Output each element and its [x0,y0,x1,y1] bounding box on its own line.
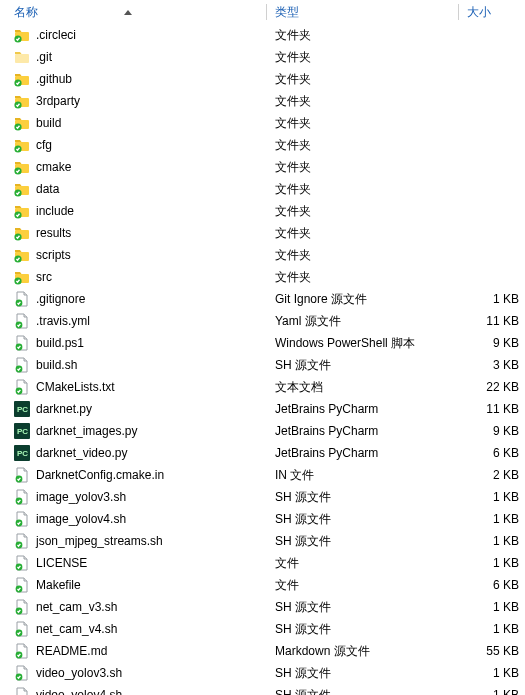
file-row[interactable]: 3rdparty文件夹 [0,90,525,112]
file-row-name-cell: scripts [0,247,275,263]
file-row-name-cell: video_yolov3.sh [0,665,275,681]
file-type-label: 文件夹 [275,137,465,154]
file-name-label: darknet.py [36,402,92,416]
file-size-label: 9 KB [465,336,525,350]
file-list: .circleci文件夹 .git文件夹 .github文件夹 3rdparty… [0,24,525,695]
file-row-name-cell: CMakeLists.txt [0,379,275,395]
file-row-name-cell: net_cam_v4.sh [0,621,275,637]
file-row[interactable]: include文件夹 [0,200,525,222]
column-divider-icon[interactable] [458,4,459,20]
file-row-name-cell: include [0,203,275,219]
file-row-name-cell: Makefile [0,577,275,593]
file-name-label: .github [36,72,72,86]
file-row[interactable]: PC darknet_video.pyJetBrains PyCharm6 KB [0,442,525,464]
file-name-label: README.md [36,644,107,658]
file-type-label: SH 源文件 [275,489,465,506]
file-name-label: .gitignore [36,292,85,306]
file-row[interactable]: src文件夹 [0,266,525,288]
file-name-label: darknet_video.py [36,446,127,460]
file-type-label: SH 源文件 [275,357,465,374]
file-row[interactable]: image_yolov3.shSH 源文件1 KB [0,486,525,508]
file-row[interactable]: cmake文件夹 [0,156,525,178]
svg-rect-2 [15,54,29,63]
file-icon [14,379,30,395]
file-row[interactable]: .gitignoreGit Ignore 源文件1 KB [0,288,525,310]
file-icon [14,467,30,483]
file-size-label: 11 KB [465,402,525,416]
column-header-size-label: 大小 [467,4,491,21]
column-header-name-label: 名称 [14,4,38,21]
folder-icon [14,159,30,175]
file-name-label: LICENSE [36,556,87,570]
file-row[interactable]: data文件夹 [0,178,525,200]
file-row-name-cell: PC darknet.py [0,401,275,417]
file-row[interactable]: .git文件夹 [0,46,525,68]
file-icon [14,291,30,307]
file-row[interactable]: video_yolov4.shSH 源文件1 KB [0,684,525,695]
file-row[interactable]: build.shSH 源文件3 KB [0,354,525,376]
file-row-name-cell: .circleci [0,27,275,43]
file-row[interactable]: Makefile文件6 KB [0,574,525,596]
file-size-label: 1 KB [465,512,525,526]
folder-icon [14,247,30,263]
column-header-type[interactable]: 类型 [275,4,458,21]
column-header-size[interactable]: 大小 [467,4,525,21]
file-row-name-cell: LICENSE [0,555,275,571]
file-row[interactable]: json_mjpeg_streams.shSH 源文件1 KB [0,530,525,552]
file-size-label: 6 KB [465,578,525,592]
file-row[interactable]: video_yolov3.shSH 源文件1 KB [0,662,525,684]
file-row[interactable]: results文件夹 [0,222,525,244]
file-size-label: 3 KB [465,358,525,372]
file-type-label: SH 源文件 [275,533,465,550]
file-row[interactable]: .circleci文件夹 [0,24,525,46]
file-name-label: src [36,270,52,284]
file-icon [14,533,30,549]
folder-icon [14,203,30,219]
pycharm-icon: PC [14,445,30,461]
file-row-name-cell: build.sh [0,357,275,373]
file-icon [14,555,30,571]
svg-text:PC: PC [17,449,28,458]
folder-icon [14,49,30,65]
file-row[interactable]: README.mdMarkdown 源文件55 KB [0,640,525,662]
file-row[interactable]: DarknetConfig.cmake.inIN 文件2 KB [0,464,525,486]
file-name-label: .circleci [36,28,76,42]
file-icon [14,687,30,695]
file-row-name-cell: src [0,269,275,285]
file-row[interactable]: build文件夹 [0,112,525,134]
folder-icon [14,225,30,241]
file-row-name-cell: 3rdparty [0,93,275,109]
file-row[interactable]: PC darknet.pyJetBrains PyCharm11 KB [0,398,525,420]
file-size-label: 2 KB [465,468,525,482]
file-row[interactable]: scripts文件夹 [0,244,525,266]
file-row[interactable]: net_cam_v3.shSH 源文件1 KB [0,596,525,618]
file-type-label: SH 源文件 [275,665,465,682]
svg-text:PC: PC [17,427,28,436]
file-row-name-cell: build.ps1 [0,335,275,351]
file-row[interactable]: CMakeLists.txt文本文档22 KB [0,376,525,398]
file-type-label: 文本文档 [275,379,465,396]
pycharm-icon: PC [14,423,30,439]
file-row[interactable]: net_cam_v4.shSH 源文件1 KB [0,618,525,640]
file-name-label: scripts [36,248,71,262]
file-type-label: Windows PowerShell 脚本 [275,335,465,352]
file-row[interactable]: PC darknet_images.pyJetBrains PyCharm9 K… [0,420,525,442]
file-name-label: net_cam_v3.sh [36,600,117,614]
folder-icon [14,269,30,285]
file-row[interactable]: .travis.ymlYaml 源文件11 KB [0,310,525,332]
file-name-label: .travis.yml [36,314,90,328]
file-size-label: 1 KB [465,688,525,695]
column-header-name[interactable]: 名称 [0,4,266,21]
file-name-label: data [36,182,59,196]
file-type-label: 文件夹 [275,71,465,88]
file-name-label: results [36,226,71,240]
file-name-label: build.ps1 [36,336,84,350]
column-divider-icon[interactable] [266,4,267,20]
file-row[interactable]: LICENSE文件1 KB [0,552,525,574]
file-row[interactable]: cfg文件夹 [0,134,525,156]
file-type-label: 文件夹 [275,247,465,264]
file-row[interactable]: .github文件夹 [0,68,525,90]
file-row[interactable]: build.ps1Windows PowerShell 脚本9 KB [0,332,525,354]
sort-ascending-icon [124,10,132,15]
file-row[interactable]: image_yolov4.shSH 源文件1 KB [0,508,525,530]
